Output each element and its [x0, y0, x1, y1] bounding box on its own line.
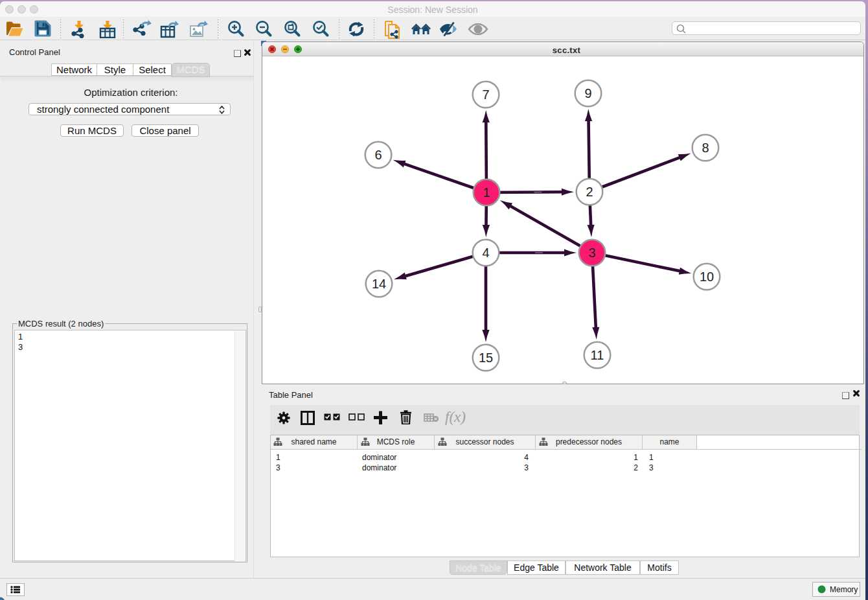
- svg-text:11: 11: [591, 348, 604, 362]
- svg-text:10: 10: [700, 270, 714, 284]
- svg-text:2: 2: [586, 185, 593, 199]
- svg-text:1: 1: [483, 185, 490, 200]
- svg-text:15: 15: [479, 351, 493, 365]
- svg-text:7: 7: [482, 87, 489, 102]
- svg-text:9: 9: [584, 86, 591, 100]
- svg-text:14: 14: [372, 277, 386, 291]
- svg-text:8: 8: [702, 141, 709, 155]
- svg-text:3: 3: [588, 246, 595, 260]
- svg-text:6: 6: [374, 148, 382, 162]
- svg-text:4: 4: [482, 246, 489, 260]
